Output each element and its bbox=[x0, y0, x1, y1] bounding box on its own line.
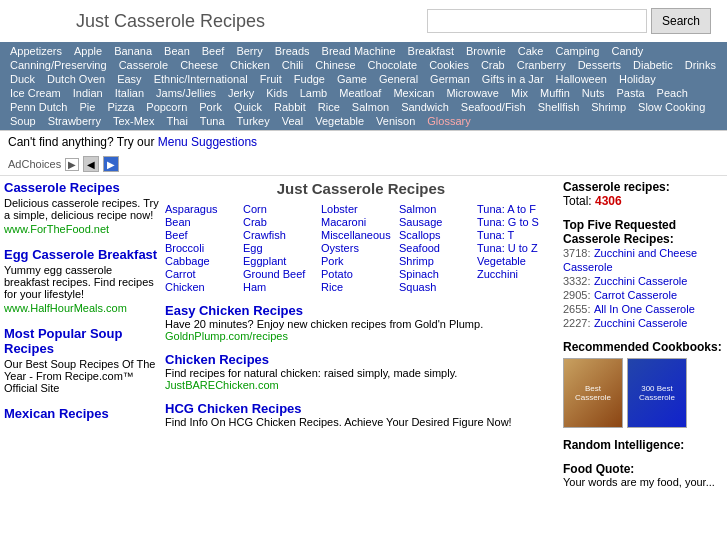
nav-item[interactable]: Dutch Oven bbox=[41, 72, 111, 86]
nav-item[interactable]: Cranberry bbox=[511, 58, 572, 72]
nav-item[interactable]: Indian bbox=[67, 86, 109, 100]
nav-item[interactable]: Pie bbox=[73, 100, 101, 114]
listing-title[interactable]: Easy Chicken Recipes bbox=[165, 303, 557, 318]
nav-item[interactable]: Pizza bbox=[101, 100, 140, 114]
category-item[interactable]: Seafood bbox=[399, 242, 469, 254]
ad-title[interactable]: Egg Casserole Breakfast bbox=[4, 247, 159, 262]
nav-item[interactable]: Mexican bbox=[387, 86, 440, 100]
nav-item[interactable]: Shrimp bbox=[585, 100, 632, 114]
nav-item[interactable]: Kids bbox=[260, 86, 293, 100]
category-item[interactable]: Lobster bbox=[321, 203, 391, 215]
category-item[interactable]: Crawfish bbox=[243, 229, 313, 241]
category-item[interactable]: Macaroni bbox=[321, 216, 391, 228]
nav-item[interactable]: Venison bbox=[370, 114, 421, 128]
nav-item[interactable]: Glossary bbox=[421, 114, 476, 128]
category-item[interactable]: Vegetable bbox=[477, 255, 547, 267]
nav-item[interactable]: Ice Cream bbox=[4, 86, 67, 100]
nav-item[interactable]: Tex-Mex bbox=[107, 114, 161, 128]
nav-item[interactable]: Meatloaf bbox=[333, 86, 387, 100]
cookbook-img-1[interactable]: Best Casserole bbox=[563, 358, 623, 428]
nav-item[interactable]: Mix bbox=[505, 86, 534, 100]
listing-url[interactable]: GoldnPlump.com/recipes bbox=[165, 330, 557, 342]
search-button[interactable]: Search bbox=[651, 8, 711, 34]
nav-item[interactable]: Crab bbox=[475, 58, 511, 72]
category-item[interactable]: Asparagus bbox=[165, 203, 235, 215]
nav-item[interactable]: Sandwich bbox=[395, 100, 455, 114]
top-five-link[interactable]: Zucchini Casserole bbox=[594, 317, 688, 329]
category-item[interactable]: Ground Beef bbox=[243, 268, 313, 280]
nav-item[interactable]: Turkey bbox=[231, 114, 276, 128]
category-item[interactable]: Oysters bbox=[321, 242, 391, 254]
top-five-link[interactable]: Zucchini Casserole bbox=[594, 275, 688, 287]
nav-item[interactable]: Penn Dutch bbox=[4, 100, 73, 114]
category-item[interactable]: Miscellaneous bbox=[321, 229, 391, 241]
category-item[interactable]: Squash bbox=[399, 281, 469, 293]
nav-item[interactable]: Pasta bbox=[610, 86, 650, 100]
category-item[interactable]: Potato bbox=[321, 268, 391, 280]
nav-item[interactable]: Camping bbox=[549, 44, 605, 58]
cookbook-img-2[interactable]: 300 Best Casserole bbox=[627, 358, 687, 428]
category-item[interactable]: Egg bbox=[243, 242, 313, 254]
top-five-link[interactable]: All In One Casserole bbox=[594, 303, 695, 315]
category-item[interactable]: Tuna: A to F bbox=[477, 203, 547, 215]
nav-item[interactable]: Holiday bbox=[613, 72, 662, 86]
nav-item[interactable]: Veal bbox=[276, 114, 309, 128]
nav-item[interactable]: Rice bbox=[312, 100, 346, 114]
nav-item[interactable]: Ethnic/International bbox=[148, 72, 254, 86]
menu-suggestions-link[interactable]: Menu Suggestions bbox=[158, 135, 257, 149]
category-item[interactable]: Chicken bbox=[165, 281, 235, 293]
nav-item[interactable]: Quick bbox=[228, 100, 268, 114]
listing-title[interactable]: Chicken Recipes bbox=[165, 352, 557, 367]
category-item[interactable]: Zucchini bbox=[477, 268, 547, 280]
nav-item[interactable]: Slow Cooking bbox=[632, 100, 711, 114]
nav-item[interactable]: Rabbit bbox=[268, 100, 312, 114]
nav-item[interactable]: Muffin bbox=[534, 86, 576, 100]
nav-item[interactable]: Popcorn bbox=[140, 100, 193, 114]
nav-item[interactable]: Chinese bbox=[309, 58, 361, 72]
nav-item[interactable]: Candy bbox=[605, 44, 649, 58]
category-item[interactable]: Eggplant bbox=[243, 255, 313, 267]
search-input[interactable] bbox=[427, 9, 647, 33]
nav-item[interactable]: Seafood/Fish bbox=[455, 100, 532, 114]
nav-item[interactable]: Peach bbox=[651, 86, 694, 100]
category-item[interactable]: Tuna: T bbox=[477, 229, 547, 241]
prev-arrow[interactable]: ◀ bbox=[83, 156, 99, 172]
nav-item[interactable]: Chocolate bbox=[362, 58, 424, 72]
nav-item[interactable]: Breads bbox=[269, 44, 316, 58]
nav-item[interactable]: Fruit bbox=[254, 72, 288, 86]
category-item[interactable]: Shrimp bbox=[399, 255, 469, 267]
ad-title[interactable]: Casserole Recipes bbox=[4, 180, 159, 195]
next-arrow[interactable]: ▶ bbox=[103, 156, 119, 172]
nav-item[interactable]: Soup bbox=[4, 114, 42, 128]
category-item[interactable]: Tuna: G to S bbox=[477, 216, 547, 228]
nav-item[interactable]: Vegetable bbox=[309, 114, 370, 128]
nav-item[interactable]: General bbox=[373, 72, 424, 86]
category-item[interactable]: Bean bbox=[165, 216, 235, 228]
category-item[interactable]: Crab bbox=[243, 216, 313, 228]
nav-item[interactable]: Game bbox=[331, 72, 373, 86]
category-item[interactable]: Broccoli bbox=[165, 242, 235, 254]
nav-item[interactable]: Shellfish bbox=[532, 100, 586, 114]
nav-item[interactable]: Duck bbox=[4, 72, 41, 86]
nav-item[interactable]: Brownie bbox=[460, 44, 512, 58]
category-item[interactable]: Carrot bbox=[165, 268, 235, 280]
nav-item[interactable]: Lamb bbox=[294, 86, 334, 100]
category-item[interactable]: Corn bbox=[243, 203, 313, 215]
nav-item[interactable]: Chicken bbox=[224, 58, 276, 72]
nav-item[interactable]: Breakfast bbox=[402, 44, 460, 58]
category-item[interactable]: Scallops bbox=[399, 229, 469, 241]
nav-item[interactable]: Desserts bbox=[572, 58, 627, 72]
category-item[interactable]: Ham bbox=[243, 281, 313, 293]
listing-url[interactable]: JustBAREChicken.com bbox=[165, 379, 557, 391]
category-item[interactable]: Pork bbox=[321, 255, 391, 267]
nav-item[interactable]: Chili bbox=[276, 58, 309, 72]
nav-item[interactable]: Pork bbox=[193, 100, 228, 114]
nav-item[interactable]: Apple bbox=[68, 44, 108, 58]
listing-title[interactable]: HCG Chicken Recipes bbox=[165, 401, 557, 416]
nav-item[interactable]: Casserole bbox=[113, 58, 175, 72]
nav-item[interactable]: Tuna bbox=[194, 114, 231, 128]
nav-item[interactable]: Gifts in a Jar bbox=[476, 72, 550, 86]
nav-item[interactable]: Strawberry bbox=[42, 114, 107, 128]
nav-item[interactable]: Banana bbox=[108, 44, 158, 58]
category-item[interactable]: Salmon bbox=[399, 203, 469, 215]
